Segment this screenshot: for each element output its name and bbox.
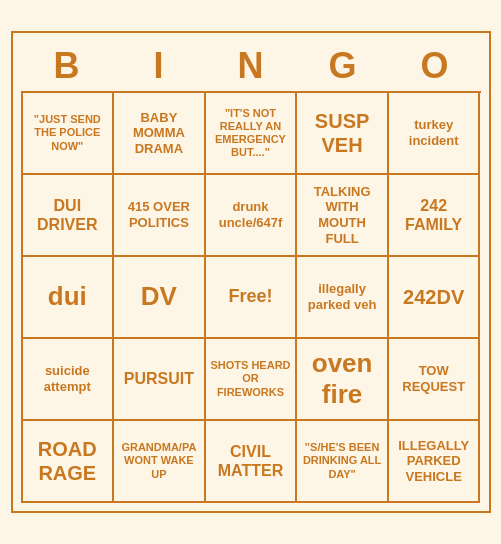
bingo-cell: drunk uncle/647f <box>206 175 298 257</box>
bingo-cell: "JUST SEND THE POLICE NOW" <box>23 93 115 175</box>
bingo-cell: ROAD RAGE <box>23 421 115 503</box>
bingo-cell: GRANDMA/PA WONT WAKE UP <box>114 421 206 503</box>
bingo-cell: turkey incident <box>389 93 481 175</box>
bingo-cell: 242DV <box>389 257 481 339</box>
bingo-grid: "JUST SEND THE POLICE NOW"BABY MOMMA DRA… <box>21 91 481 503</box>
bingo-cell: DV <box>114 257 206 339</box>
bingo-cell: TALKING WITH MOUTH FULL <box>297 175 389 257</box>
bingo-cell: CIVIL MATTER <box>206 421 298 503</box>
bingo-card: B I N G O "JUST SEND THE POLICE NOW"BABY… <box>11 31 491 513</box>
bingo-cell: illegally parked veh <box>297 257 389 339</box>
header-o: O <box>389 41 481 91</box>
bingo-cell: oven fire <box>297 339 389 421</box>
header-n: N <box>205 41 297 91</box>
header-i: I <box>113 41 205 91</box>
bingo-header: B I N G O <box>21 41 481 91</box>
header-b: B <box>21 41 113 91</box>
bingo-cell: SUSP VEH <box>297 93 389 175</box>
bingo-cell: "S/HE'S BEEN DRINKING ALL DAY" <box>297 421 389 503</box>
bingo-cell: dui <box>23 257 115 339</box>
bingo-cell: DUI DRIVER <box>23 175 115 257</box>
bingo-cell: ILLEGALLY PARKED VEHICLE <box>389 421 481 503</box>
bingo-cell: "IT'S NOT REALLY AN EMERGENCY BUT...." <box>206 93 298 175</box>
bingo-cell: BABY MOMMA DRAMA <box>114 93 206 175</box>
bingo-cell: 415 OVER POLITICS <box>114 175 206 257</box>
bingo-cell: SHOTS HEARD OR FIREWORKS <box>206 339 298 421</box>
bingo-cell: Free! <box>206 257 298 339</box>
header-g: G <box>297 41 389 91</box>
bingo-cell: PURSUIT <box>114 339 206 421</box>
bingo-cell: suicide attempt <box>23 339 115 421</box>
bingo-cell: TOW REQUEST <box>389 339 481 421</box>
bingo-cell: 242 FAMILY <box>389 175 481 257</box>
